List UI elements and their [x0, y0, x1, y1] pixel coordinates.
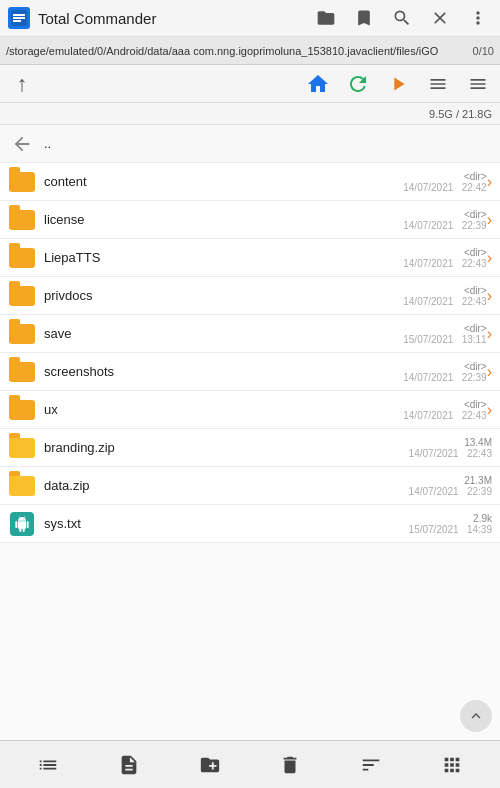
app-icon	[8, 7, 30, 29]
file-name: license	[44, 212, 395, 227]
file-meta: <dir> 14/07/2021 22:43	[403, 399, 486, 421]
folder-icon	[8, 396, 36, 424]
list-item[interactable]: license <dir> 14/07/2021 22:39 ›	[0, 201, 500, 239]
file-meta: <dir> 14/07/2021 22:39	[403, 361, 486, 383]
delete-button[interactable]	[268, 745, 312, 785]
menu-lines-2-button[interactable]	[460, 67, 496, 101]
folder-icon	[8, 282, 36, 310]
title-actions	[312, 4, 492, 32]
file-name: data.zip	[44, 478, 401, 493]
expand-icon[interactable]: ›	[487, 401, 492, 419]
file-date: 14/07/2021 22:42	[403, 182, 486, 193]
list-item[interactable]: LiepaTTS <dir> 14/07/2021 22:43 ›	[0, 239, 500, 277]
path-text: /storage/emulated/0/Android/data/aaa com…	[6, 45, 467, 57]
file-size: <dir>	[464, 323, 487, 334]
file-date: 14/07/2021 22:43	[403, 410, 486, 421]
list-item[interactable]: content <dir> 14/07/2021 22:42 ›	[0, 163, 500, 201]
file-date: 14/07/2021 22:39	[403, 220, 486, 231]
up-icon	[8, 130, 36, 158]
expand-icon[interactable]: ›	[487, 325, 492, 343]
file-meta: <dir> 14/07/2021 22:43	[403, 285, 486, 307]
more-options-button[interactable]	[464, 4, 492, 32]
expand-icon[interactable]: ›	[487, 173, 492, 191]
file-date: 15/07/2021 14:39	[409, 524, 492, 535]
new-folder-button[interactable]	[188, 745, 232, 785]
file-size: 13.4M	[464, 437, 492, 448]
file-size: <dir>	[464, 399, 487, 410]
bottom-toolbar	[0, 740, 500, 788]
app-title: Total Commander	[38, 10, 312, 27]
size-bar: 9.5G / 21.8G	[0, 103, 500, 125]
folder-icon	[8, 358, 36, 386]
navigate-right-button[interactable]	[380, 67, 416, 101]
select-all-button[interactable]	[26, 745, 70, 785]
list-item[interactable]: branding.zip 13.4M 14/07/2021 22:43	[0, 429, 500, 467]
zip-icon	[8, 434, 36, 462]
expand-icon[interactable]: ›	[487, 287, 492, 305]
android-icon	[10, 512, 34, 536]
svg-rect-3	[13, 20, 21, 22]
file-list[interactable]: .. content <dir> 14/07/2021 22:42 › lice…	[0, 125, 500, 740]
new-file-button[interactable]	[107, 745, 151, 785]
file-date: 14/07/2021 22:43	[409, 448, 492, 459]
file-name: content	[44, 174, 395, 189]
parent-dir-name: ..	[44, 136, 492, 151]
svg-rect-1	[13, 14, 25, 16]
file-name: screenshots	[44, 364, 395, 379]
file-name: branding.zip	[44, 440, 401, 455]
file-date: 14/07/2021 22:43	[403, 296, 486, 307]
file-size: <dir>	[464, 209, 487, 220]
file-name: save	[44, 326, 395, 341]
file-size: 2.9k	[473, 513, 492, 524]
list-item[interactable]: ux <dir> 14/07/2021 22:43 ›	[0, 391, 500, 429]
file-size: 21.3M	[464, 475, 492, 486]
disk-usage: 9.5G / 21.8G	[429, 108, 492, 120]
bookmark-button[interactable]	[350, 4, 378, 32]
file-name: ux	[44, 402, 395, 417]
file-meta: 21.3M 14/07/2021 22:39	[409, 475, 492, 497]
expand-icon[interactable]: ›	[487, 363, 492, 381]
parent-dir-row[interactable]: ..	[0, 125, 500, 163]
list-item[interactable]: sys.txt 2.9k 15/07/2021 14:39	[0, 505, 500, 543]
expand-icon[interactable]: ›	[487, 211, 492, 229]
file-name: sys.txt	[44, 516, 401, 531]
toolbar: ↑	[0, 65, 500, 103]
expand-icon[interactable]: ›	[487, 249, 492, 267]
folder-icon	[8, 168, 36, 196]
path-count: 0/10	[473, 45, 494, 57]
file-date: 15/07/2021 13:11	[403, 334, 486, 345]
operations-button[interactable]	[430, 745, 474, 785]
sys-txt-icon	[8, 510, 36, 538]
file-meta: 13.4M 14/07/2021 22:43	[409, 437, 492, 459]
home-button[interactable]	[300, 67, 336, 101]
path-bar[interactable]: /storage/emulated/0/Android/data/aaa com…	[0, 37, 500, 65]
file-size: <dir>	[464, 361, 487, 372]
up-button[interactable]: ↑	[4, 67, 40, 101]
list-item[interactable]: data.zip 21.3M 14/07/2021 22:39	[0, 467, 500, 505]
file-meta: <dir> 14/07/2021 22:42	[403, 171, 486, 193]
scroll-to-top-button[interactable]	[460, 700, 492, 732]
list-item[interactable]: save <dir> 15/07/2021 13:11 ›	[0, 315, 500, 353]
file-meta: <dir> 15/07/2021 13:11	[403, 323, 486, 345]
zip-icon	[8, 472, 36, 500]
file-meta: <dir> 14/07/2021 22:43	[403, 247, 486, 269]
file-name: privdocs	[44, 288, 395, 303]
file-meta: 2.9k 15/07/2021 14:39	[409, 513, 492, 535]
file-size: <dir>	[464, 171, 487, 182]
list-item[interactable]: screenshots <dir> 14/07/2021 22:39 ›	[0, 353, 500, 391]
file-date: 14/07/2021 22:39	[409, 486, 492, 497]
menu-lines-1-button[interactable]	[420, 67, 456, 101]
sort-button[interactable]	[349, 745, 393, 785]
search-button[interactable]	[388, 4, 416, 32]
close-button[interactable]	[426, 4, 454, 32]
title-bar: Total Commander	[0, 0, 500, 37]
file-size: <dir>	[464, 285, 487, 296]
folder-icon	[8, 320, 36, 348]
open-folder-button[interactable]	[312, 4, 340, 32]
file-size: <dir>	[464, 247, 487, 258]
list-item[interactable]: privdocs <dir> 14/07/2021 22:43 ›	[0, 277, 500, 315]
file-name: LiepaTTS	[44, 250, 395, 265]
refresh-button[interactable]	[340, 67, 376, 101]
folder-icon	[8, 206, 36, 234]
folder-icon	[8, 244, 36, 272]
